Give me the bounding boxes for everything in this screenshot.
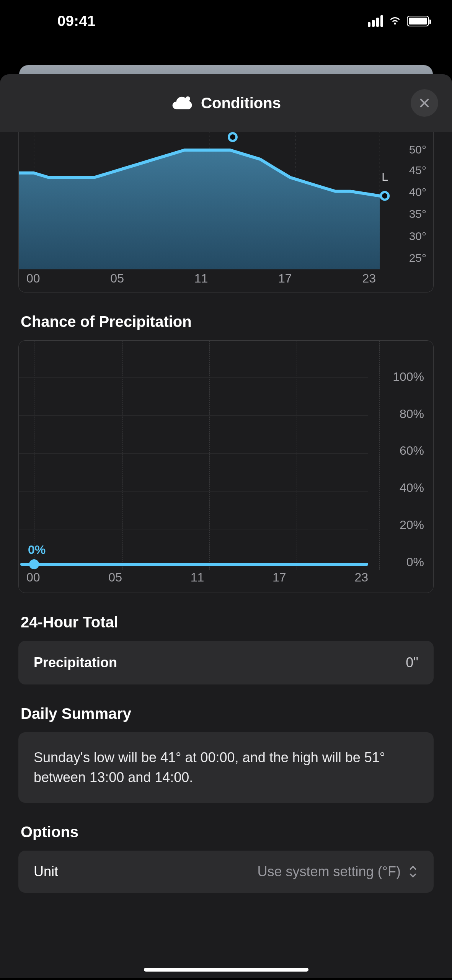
x-tick: 23 [354, 570, 368, 587]
status-time: 09:41 [57, 13, 96, 29]
y-tick: 60% [400, 444, 424, 458]
x-tick: 05 [110, 271, 124, 288]
close-button[interactable] [411, 89, 438, 117]
x-tick: 05 [108, 570, 122, 587]
y-tick: 30° [409, 230, 426, 243]
chevron-up-down-icon [408, 864, 418, 879]
y-tick: 40° [409, 186, 426, 199]
x-tick: 00 [26, 271, 40, 288]
precip-x-axis: 00 05 11 17 23 [26, 570, 368, 587]
conditions-sheet: Conditions [0, 74, 452, 978]
grid-line [19, 415, 368, 416]
temperature-x-axis: 00 05 11 17 23 [26, 271, 376, 288]
x-tick: 11 [194, 271, 208, 288]
precip-total-label: Precipitation [34, 655, 117, 671]
precip-line [20, 563, 368, 566]
y-tick: 40% [400, 481, 424, 495]
sheet-header: Conditions [0, 74, 452, 132]
home-indicator[interactable] [144, 968, 308, 972]
precip-total-value: 0" [406, 655, 418, 671]
x-tick: 23 [362, 271, 376, 288]
grid-line [19, 529, 368, 529]
grid-line [297, 341, 297, 570]
y-tick: 0% [406, 555, 424, 569]
unit-option-label: Unit [34, 864, 58, 880]
precip-chart[interactable]: 100% 80% 60% 40% 20% 0% 0% 00 05 11 17 2… [18, 340, 434, 593]
battery-icon [407, 16, 429, 26]
precip-current-label: 0% [28, 543, 46, 557]
y-tick: 45° [409, 164, 426, 177]
x-tick: 00 [26, 570, 40, 587]
daily-summary-text: Sunday's low will be 41° at 00:00, and t… [18, 732, 434, 803]
total-section-title: 24-Hour Total [21, 614, 431, 631]
grid-line [209, 341, 210, 570]
summary-section-title: Daily Summary [21, 705, 431, 722]
grid-line [19, 377, 368, 378]
temperature-y-axis: 50° 45° 40° 35° 30° 25° [384, 132, 426, 269]
temperature-area: L [19, 132, 433, 292]
sheet-title: Conditions [201, 95, 281, 112]
y-tick: 50° [409, 143, 426, 156]
precip-section-title: Chance of Precipitation [21, 313, 431, 330]
grid-line [122, 341, 123, 570]
options-section-title: Options [21, 823, 431, 841]
cellular-icon [368, 15, 383, 27]
y-tick: 80% [400, 407, 424, 421]
cloud-icon [171, 95, 193, 111]
unit-option-value: Use system setting (°F) [258, 864, 401, 880]
x-tick: 11 [191, 570, 204, 587]
svg-point-6 [229, 133, 237, 141]
wifi-icon [388, 16, 401, 26]
precip-current-dot [29, 559, 39, 569]
precip-y-axis: 100% 80% 60% 40% 20% 0% [370, 356, 424, 562]
status-icons [368, 15, 429, 27]
x-tick: 17 [273, 570, 286, 587]
temperature-chart[interactable]: L 50° 45° 40° 35° 30° 25° 00 05 11 17 23 [18, 132, 434, 292]
svg-point-0 [185, 96, 190, 101]
y-tick: 100% [393, 369, 424, 384]
x-tick: 17 [278, 271, 292, 288]
y-tick: 20% [400, 518, 424, 532]
grid-line [34, 341, 34, 570]
y-tick: 35° [409, 207, 426, 220]
sheet-content[interactable]: L 50° 45° 40° 35° 30° 25° 00 05 11 17 23… [0, 132, 452, 978]
grid-line [19, 453, 368, 454]
grid-line [19, 491, 368, 492]
precip-total-row: Precipitation 0" [18, 641, 434, 684]
y-tick: 25° [409, 252, 426, 265]
close-icon [418, 97, 431, 109]
status-bar: 09:41 [0, 0, 452, 42]
unit-option-row[interactable]: Unit Use system setting (°F) [18, 851, 434, 893]
